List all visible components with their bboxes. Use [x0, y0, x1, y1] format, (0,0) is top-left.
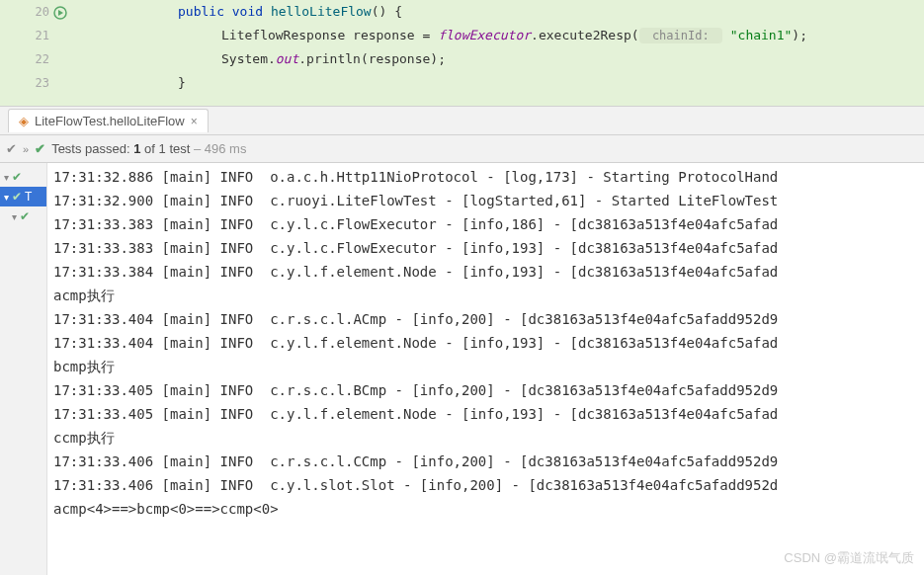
console-line: 17:31:33.404 [main] INFO c.r.s.c.l.ACmp … [53, 307, 924, 331]
watermark: CSDN @霸道流氓气质 [784, 549, 914, 567]
check-green-icon: ✔ [35, 141, 45, 156]
tests-passed-label: Tests passed: 1 of 1 test – 496 ms [51, 141, 246, 156]
check-icon: ✔ [12, 170, 22, 184]
console-line: ccmp执行 [53, 426, 924, 450]
code-line[interactable]: } [160, 71, 186, 95]
console-line: 17:31:33.383 [main] INFO c.y.l.c.FlowExe… [53, 236, 924, 260]
check-icon: ✔ [20, 209, 30, 223]
test-icon: ◈ [19, 114, 29, 128]
check-icon: ✔ [12, 190, 22, 204]
code-line[interactable]: System.out.println(response); [204, 47, 446, 71]
console-line: 17:31:33.383 [main] INFO c.y.l.c.FlowExe… [53, 212, 924, 236]
chevron-right-icon: » [23, 143, 29, 155]
console-line: 17:31:33.406 [main] INFO c.r.s.c.l.CCmp … [53, 450, 924, 473]
console-line: 17:31:33.404 [main] INFO c.y.l.f.element… [53, 331, 924, 355]
console-line: acmp执行 [53, 284, 924, 307]
console-line: 17:31:32.900 [main] INFO c.ruoyi.LiteFlo… [53, 189, 924, 212]
run-tab-bar: ◈ LiteFlowTest.helloLiteFlow × [0, 106, 924, 135]
code-editor[interactable]: 20public void helloLiteFlow() {21Liteflo… [0, 0, 924, 106]
console-line: 17:31:33.405 [main] INFO c.y.l.f.element… [53, 402, 924, 426]
console-line: bcmp执行 [53, 355, 924, 378]
console-line: 17:31:33.405 [main] INFO c.r.s.c.l.BCmp … [53, 378, 924, 402]
rerun-test-icon[interactable] [53, 4, 67, 18]
tab-label: LiteFlowTest.helloLiteFlow [35, 114, 185, 128]
tree-node[interactable]: ▾ ✔ [0, 206, 46, 226]
chevron-down-icon: ▾ [4, 172, 9, 183]
test-tab[interactable]: ◈ LiteFlowTest.helloLiteFlow × [8, 109, 209, 132]
console-line: 17:31:33.406 [main] INFO c.y.l.slot.Slot… [53, 473, 924, 497]
line-number: 23 [0, 71, 57, 95]
check-grey-icon: ✔ [6, 141, 17, 156]
line-number: 21 [0, 24, 57, 47]
code-line[interactable]: LiteflowResponse response = flowExecutor… [204, 24, 807, 47]
close-icon[interactable]: × [191, 115, 198, 128]
tree-node[interactable]: ▾ ✔ T [0, 187, 46, 206]
tree-node-label: T [25, 190, 32, 204]
console-line: acmp<4>==>bcmp<0>==>ccmp<0> [53, 497, 924, 521]
tree-root[interactable]: ▾ ✔ [0, 167, 46, 187]
test-status-bar: ✔ » ✔ Tests passed: 1 of 1 test – 496 ms [0, 135, 924, 163]
code-line[interactable]: public void helloLiteFlow() { [160, 0, 402, 24]
test-runner-panel: ▾ ✔ ▾ ✔ T ▾ ✔ 17:31:32.886 [main] INFO o… [0, 163, 924, 575]
chevron-down-icon: ▾ [12, 211, 17, 222]
console-output[interactable]: 17:31:32.886 [main] INFO o.a.c.h.Http11N… [47, 163, 924, 575]
console-line: 17:31:32.886 [main] INFO o.a.c.h.Http11N… [53, 165, 924, 189]
line-number: 20 [0, 0, 57, 24]
console-line: 17:31:33.384 [main] INFO c.y.l.f.element… [53, 260, 924, 284]
chevron-down-icon: ▾ [4, 192, 9, 203]
test-tree[interactable]: ▾ ✔ ▾ ✔ T ▾ ✔ [0, 163, 47, 575]
line-number: 22 [0, 47, 57, 71]
